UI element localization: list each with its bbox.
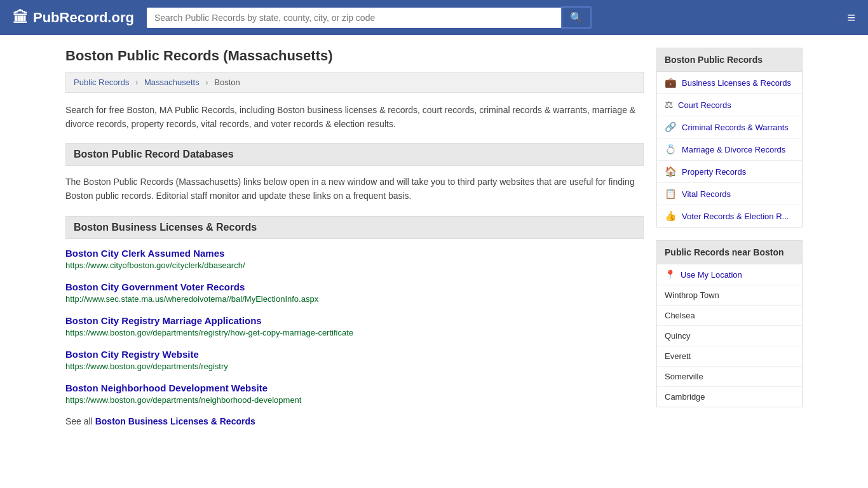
sidebar: Boston Public Records 💼 Business License… bbox=[656, 48, 803, 426]
sidebar-link-property[interactable]: Property Records bbox=[682, 167, 746, 177]
marriage-icon: 💍 bbox=[665, 144, 677, 155]
sidebar-nearby: Public Records near Boston 📍 Use My Loca… bbox=[656, 240, 803, 407]
nearby-label-cambridge: Cambridge bbox=[665, 392, 705, 402]
nearby-label-winthrop: Winthrop Town bbox=[665, 290, 719, 300]
record-entry-1: Boston City Clerk Assumed Names https://… bbox=[65, 248, 644, 270]
sidebar-boston-records: Boston Public Records 💼 Business License… bbox=[656, 48, 803, 227]
record-title-1[interactable]: Boston City Clerk Assumed Names bbox=[65, 248, 644, 259]
record-url-3[interactable]: https://www.boston.gov/departments/regis… bbox=[65, 328, 644, 337]
site-header: 🏛 PubRecord.org 🔍 ≡ bbox=[0, 0, 868, 35]
logo-text: PubRecord.org bbox=[33, 10, 134, 26]
sidebar-link-criminal[interactable]: Criminal Records & Warrants bbox=[682, 123, 789, 132]
see-all-business: See all Boston Business Licenses & Recor… bbox=[65, 416, 644, 426]
page-title: Boston Public Records (Massachusetts) bbox=[65, 48, 644, 64]
breadcrumb: Public Records › Massachusetts › Boston bbox=[65, 72, 644, 93]
sidebar-item-marriage[interactable]: 💍 Marriage & Divorce Records bbox=[657, 139, 802, 161]
criminal-icon: 🔗 bbox=[665, 121, 677, 133]
breadcrumb-sep-1: › bbox=[135, 78, 138, 87]
logo-icon: 🏛 bbox=[13, 9, 28, 27]
nearby-use-location[interactable]: 📍 Use My Location bbox=[657, 264, 802, 285]
search-area: 🔍 bbox=[147, 6, 592, 29]
sidebar-item-voter[interactable]: 👍 Voter Records & Election R... bbox=[657, 205, 802, 227]
record-entry-2: Boston City Government Voter Records htt… bbox=[65, 281, 644, 304]
sidebar-link-voter[interactable]: Voter Records & Election R... bbox=[682, 212, 789, 221]
logo[interactable]: 🏛 PubRecord.org bbox=[13, 9, 134, 27]
record-url-1[interactable]: https://www.cityofboston.gov/cityclerk/d… bbox=[65, 261, 644, 270]
sidebar-link-court[interactable]: Court Records bbox=[678, 100, 731, 110]
record-title-3[interactable]: Boston City Registry Marriage Applicatio… bbox=[65, 315, 644, 326]
record-title-5[interactable]: Boston Neighborhood Development Website bbox=[65, 383, 644, 393]
nearby-somerville[interactable]: Somerville bbox=[657, 367, 802, 387]
record-url-2[interactable]: http://www.sec.state.ma.us/wheredoivotem… bbox=[65, 294, 644, 304]
breadcrumb-sep-2: › bbox=[205, 78, 208, 87]
nearby-label-everett: Everett bbox=[665, 351, 691, 361]
record-entry-5: Boston Neighborhood Development Website … bbox=[65, 383, 644, 405]
nearby-link-use-location[interactable]: Use My Location bbox=[681, 270, 742, 280]
sidebar-item-property[interactable]: 🏠 Property Records bbox=[657, 161, 802, 183]
databases-section-header: Boston Public Record Databases bbox=[65, 143, 644, 166]
databases-description: The Boston Public Records (Massachusetts… bbox=[65, 175, 644, 203]
nearby-quincy[interactable]: Quincy bbox=[657, 326, 802, 346]
search-input[interactable] bbox=[147, 8, 561, 28]
menu-icon[interactable]: ≡ bbox=[847, 10, 855, 26]
nearby-chelsea[interactable]: Chelsea bbox=[657, 306, 802, 326]
sidebar-item-business[interactable]: 💼 Business Licenses & Records bbox=[657, 72, 802, 94]
page-description: Search for free Boston, MA Public Record… bbox=[65, 103, 644, 132]
record-url-5[interactable]: https://www.boston.gov/departments/neigh… bbox=[65, 395, 644, 405]
nearby-label-quincy: Quincy bbox=[665, 331, 690, 341]
vital-icon: 📋 bbox=[665, 188, 677, 200]
voter-icon: 👍 bbox=[665, 210, 677, 222]
content-wrapper: Boston Public Records (Massachusetts) Pu… bbox=[53, 35, 815, 439]
location-icon: 📍 bbox=[665, 269, 675, 280]
nearby-everett[interactable]: Everett bbox=[657, 346, 802, 367]
business-section-header: Boston Business Licenses & Records bbox=[65, 216, 644, 239]
sidebar-item-criminal[interactable]: 🔗 Criminal Records & Warrants bbox=[657, 116, 802, 139]
sidebar-nearby-title: Public Records near Boston bbox=[657, 241, 802, 264]
see-all-prefix: See all bbox=[65, 416, 95, 426]
property-icon: 🏠 bbox=[665, 166, 677, 177]
main-content: Boston Public Records (Massachusetts) Pu… bbox=[65, 48, 644, 426]
nearby-label-somerville: Somerville bbox=[665, 372, 703, 381]
record-title-4[interactable]: Boston City Registry Website bbox=[65, 349, 644, 360]
breadcrumb-massachusetts[interactable]: Massachusetts bbox=[144, 78, 200, 87]
record-entry-3: Boston City Registry Marriage Applicatio… bbox=[65, 315, 644, 337]
record-entry-4: Boston City Registry Website https://www… bbox=[65, 349, 644, 371]
sidebar-link-business[interactable]: Business Licenses & Records bbox=[682, 78, 791, 88]
breadcrumb-current: Boston bbox=[214, 78, 240, 87]
sidebar-link-vital[interactable]: Vital Records bbox=[682, 189, 731, 199]
breadcrumb-public-records[interactable]: Public Records bbox=[74, 78, 129, 87]
sidebar-item-vital[interactable]: 📋 Vital Records bbox=[657, 183, 802, 205]
sidebar-item-court[interactable]: ⚖ Court Records bbox=[657, 94, 802, 116]
search-icon: 🔍 bbox=[570, 12, 583, 23]
record-url-4[interactable]: https://www.boston.gov/departments/regis… bbox=[65, 362, 644, 371]
see-all-link[interactable]: Boston Business Licenses & Records bbox=[95, 416, 255, 426]
court-icon: ⚖ bbox=[665, 99, 673, 111]
nearby-label-chelsea: Chelsea bbox=[665, 311, 695, 320]
sidebar-boston-records-title: Boston Public Records bbox=[657, 48, 802, 72]
record-title-2[interactable]: Boston City Government Voter Records bbox=[65, 281, 644, 292]
sidebar-link-marriage[interactable]: Marriage & Divorce Records bbox=[682, 145, 785, 154]
search-button[interactable]: 🔍 bbox=[561, 6, 592, 29]
nearby-winthrop[interactable]: Winthrop Town bbox=[657, 285, 802, 306]
nearby-cambridge[interactable]: Cambridge bbox=[657, 387, 802, 407]
business-icon: 💼 bbox=[665, 77, 677, 88]
